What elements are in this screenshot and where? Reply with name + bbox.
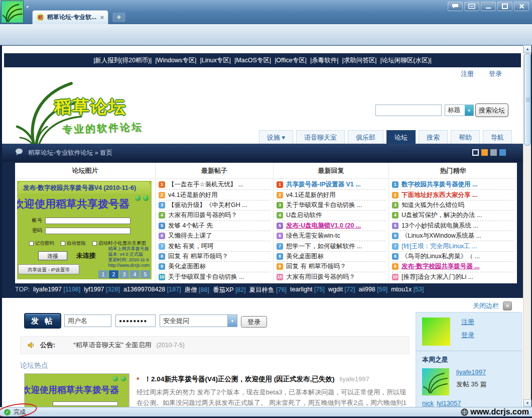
chevron-down-icon[interactable]: ▾ [227, 315, 237, 327]
feedback-icon[interactable] [464, 2, 479, 11]
list-item[interactable]: 4 大家有用旧拨号器的吗？ [159, 211, 270, 221]
top-nav-link[interactable]: |求助问答区| [342, 56, 377, 65]
top-nav-link[interactable]: |论坛闲聊区(水区)| [380, 56, 432, 65]
top-user-name[interactable]: tearlight [290, 286, 312, 293]
top-user[interactable]: 番茄XP [82] [213, 286, 246, 294]
breadcrumb-site-link[interactable]: 稻草论坛-专业软件论坛 [28, 149, 93, 156]
post-title-link[interactable]: 《Linux与XWindow系统基 ... [402, 232, 481, 240]
top-user-name[interactable]: aii998 [358, 286, 375, 293]
search-input[interactable] [375, 104, 442, 116]
top-user[interactable]: a13699708428 [187] [123, 286, 181, 294]
post-title-link[interactable]: 【一盘在手☆装机无忧】 ... [168, 180, 243, 189]
top-user[interactable]: 夏目梓鱼 [76] [249, 286, 287, 294]
scroll-down-icon[interactable]: ▼ [523, 399, 531, 407]
new-tab-button[interactable]: + [112, 13, 125, 22]
post-title-link[interactable]: [推荐]适合大家入门的Li ... [402, 273, 473, 281]
search-category-select[interactable]: 标题 ▾ [445, 104, 474, 116]
top-user-name[interactable]: mtou1x [391, 286, 412, 293]
post-title-link[interactable]: 【驱动升级】《中关村GH ... [168, 201, 247, 210]
header-tab[interactable]: 设施 ▾ [259, 130, 293, 144]
sidebar-register-link[interactable]: 注册 [461, 318, 474, 327]
post-title-link[interactable]: v4.1还是新的好用 [286, 191, 336, 199]
top-user-name[interactable]: lyf1997 [84, 286, 104, 293]
post-title-link[interactable]: 发布-数字校园共享拨号器 ... [402, 262, 480, 271]
username-input[interactable] [64, 315, 111, 327]
chevron-down-icon[interactable]: ▾ [465, 105, 473, 116]
search-forum-button[interactable]: 搜索论坛 [475, 103, 508, 117]
post-title-link[interactable]: U盘启动软件 [286, 211, 322, 220]
chat-bubble-icon[interactable] [448, 2, 463, 11]
list-item[interactable]: 8 回复 有 稻草币领吗？ [159, 252, 270, 262]
list-item[interactable]: 2 v4.1还是新的好用 [159, 190, 270, 200]
close-sidebar-link[interactable]: 关闭边栏 [473, 301, 499, 310]
list-item[interactable]: 8 美化桌面图标 [277, 252, 385, 262]
top-user[interactable]: mtou1x [53] [391, 286, 424, 294]
top-user[interactable]: aii998 [59] [358, 286, 387, 294]
top-user-name[interactable]: 番茄XP [213, 286, 233, 293]
post-title-link[interactable]: 13个小妙招成就电脑系统 ... [402, 222, 478, 230]
list-item[interactable]: 9 发布-数字校园共享拨号器 ... [392, 262, 514, 272]
post-title-link[interactable]: 知道火狐为什么错位吗 [402, 201, 464, 210]
top-user-name[interactable]: a13699708428 [123, 286, 165, 293]
post-title-link[interactable]: 大家有用旧拨号器的吗？ [168, 211, 237, 220]
style-square-button[interactable] [481, 149, 488, 156]
top-user-name[interactable]: 夏目梓鱼 [249, 286, 275, 293]
password-input[interactable] [115, 315, 156, 327]
list-item[interactable]: 3 关于华硕双显卡自动切换 ... [277, 200, 385, 211]
list-item[interactable]: 1 共享拨号器-IP设置器 V1 ... [277, 180, 385, 190]
post-title-link[interactable]: 数字校园共享拨号器使用 ... [402, 180, 477, 189]
browser-tab[interactable]: 稻 稻草论坛-专业软... × [32, 10, 108, 24]
window-close-icon[interactable] [514, 2, 529, 11]
hotspot-post-title-link[interactable]: ！2.04新共享拨号器(V4)正公测，欢迎使用 (因正式发布,已失效) [145, 375, 335, 384]
list-item[interactable]: 3 【驱动升级】《中关村GH ... [159, 200, 270, 211]
vertical-scrollbar-thumb[interactable] [524, 53, 531, 146]
hotspot-post-author[interactable]: liyafe1997 [339, 375, 369, 383]
list-item[interactable]: 5 发布-U盘电脑锁V1.0 (20 ... [277, 221, 385, 231]
post-title-link[interactable]: 美化桌面图标 [168, 262, 206, 271]
post-title-link[interactable]: 回复 有 稻草币领吗？ [286, 262, 346, 271]
top-nav-link[interactable]: |MacOS专区| [234, 56, 271, 65]
list-item[interactable]: 7 [转]王垠：完全用Linux工 ... [392, 241, 514, 251]
list-item[interactable]: 8 《鸟哥的Linux私房菜》（ ... [392, 252, 514, 262]
style-square-button[interactable] [490, 149, 497, 156]
post-title-link[interactable]: 《鸟哥的Linux私房菜》（ ... [402, 252, 480, 261]
list-item[interactable]: 2 下面地址好东西大家分享 ... [392, 190, 514, 200]
post-title-link[interactable]: 美化桌面图标 [286, 252, 324, 261]
login-button[interactable]: 登录 [241, 316, 267, 328]
vertical-scrollbar[interactable]: ▲ ▼ [523, 45, 531, 407]
post-title-link[interactable]: [转]王垠：完全用Linux工 ... [402, 242, 477, 251]
list-item[interactable]: 6 又懒得去上课了 [159, 231, 270, 241]
top-user-name[interactable]: 唐僧 [185, 286, 197, 293]
top-nav-link[interactable]: |杀毒软件| [310, 56, 339, 65]
header-tab[interactable]: 论坛 [386, 130, 416, 144]
post-title-link[interactable]: 关于华硕双显卡自动切换 ... [286, 201, 362, 210]
post-title-link[interactable]: 共享拨号器-IP设置器 V1 ... [286, 180, 361, 189]
page-number-button[interactable]: 5 [141, 270, 150, 278]
nick-name-link[interactable]: lyl13057 [437, 399, 461, 407]
list-item[interactable]: 6 绿色无需安装win-tc [277, 231, 385, 241]
new-post-button[interactable]: 发 帖 [24, 313, 61, 329]
top-nav-link[interactable]: |Linux专区| [200, 56, 231, 65]
post-title-link[interactable]: 下面地址好东西大家分享 ... [402, 191, 477, 199]
list-item[interactable]: 7 想学一下，如何破解软件 ... [277, 241, 385, 251]
header-tab[interactable]: 语音聊天室 [296, 130, 345, 144]
security-question-select[interactable]: 安全提问 ▾ [160, 315, 237, 327]
list-item[interactable]: 3 知道火狐为什么错位吗 [392, 200, 514, 211]
post-title-link[interactable]: 大家有用旧拨号器的吗？ [286, 273, 355, 281]
list-item[interactable]: 1 【一盘在手☆装机无忧】 ... [159, 180, 270, 190]
list-item[interactable]: 7 发帖 有奖，呵呵 [159, 241, 270, 251]
list-item[interactable]: 4 U盘被写保护，解决的办法 ... [392, 211, 514, 221]
post-title-link[interactable]: 想学一下，如何破解软件 ... [286, 242, 362, 251]
login-link[interactable]: 登录 [489, 69, 502, 78]
list-item[interactable]: 4 U盘启动软件 [277, 211, 385, 221]
post-title-link[interactable]: U盘被写保护，解决的办法 ... [402, 211, 482, 220]
top-user[interactable]: liyafe1997 [1198] [33, 286, 80, 294]
header-tab[interactable]: 帮助 [451, 130, 480, 144]
header-tab[interactable]: 俱乐部 [348, 130, 383, 144]
minimize-icon[interactable] [481, 2, 496, 11]
list-item[interactable]: 5 13个小妙招成就电脑系统 ... [392, 221, 514, 231]
page-number-button[interactable]: 1 [98, 270, 108, 278]
chevron-down-icon[interactable]: ▾ [26, 4, 29, 10]
announcement-link[interactable]: “稻草语音聊天室” 全面启用 [73, 341, 151, 350]
scroll-up-icon[interactable]: ▲ [523, 45, 531, 53]
